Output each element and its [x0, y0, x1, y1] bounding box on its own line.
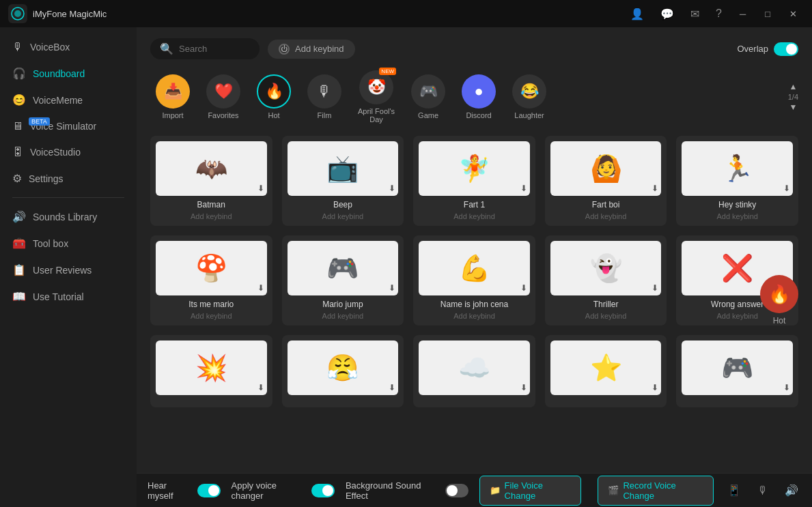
- category-discord[interactable]: ● Discord: [456, 70, 501, 124]
- sound-card-batman[interactable]: 🦇 ⬇ Batman Add keybind: [150, 136, 272, 226]
- mariojump-name: Mario jump: [322, 300, 363, 309]
- sidebar-item-toolbox[interactable]: 🧰 Tool box: [0, 230, 137, 257]
- favorites-label: Favorites: [208, 111, 238, 119]
- usetutorial-icon: 📖: [12, 290, 26, 303]
- svg-point-1: [14, 10, 21, 17]
- hear-myself-control: Hear myself: [148, 480, 221, 501]
- file-icon: 📁: [490, 485, 501, 495]
- heystinky-keybind[interactable]: Add keybind: [716, 212, 758, 220]
- sidebar-item-voicestudio[interactable]: 🎛 VoiceStudio: [0, 139, 137, 165]
- soundboard-icon: 🎧: [12, 67, 26, 80]
- category-laughter[interactable]: 😂 Laughter: [507, 70, 552, 124]
- sound15-image: 🎮 ⬇: [682, 341, 793, 395]
- background-sound-toggle[interactable]: [445, 484, 468, 497]
- hot-label: Hot: [268, 111, 279, 119]
- hot-icon-circle: 🔥: [257, 74, 291, 108]
- discord-label: Discord: [466, 111, 491, 119]
- new-badge: NEW: [379, 68, 396, 75]
- maximize-button[interactable]: □: [758, 8, 777, 20]
- sound-card-fartboi[interactable]: 🙆 ⬇ Fart boi Add keybind: [545, 136, 667, 226]
- chat-icon[interactable]: 💬: [655, 5, 680, 23]
- sidebar-item-settings[interactable]: ⚙ Settings: [0, 165, 137, 192]
- overlap-toggle[interactable]: [774, 42, 798, 56]
- sound-card-johncena[interactable]: 💪 ⬇ Name is john cena Add keybind: [413, 235, 535, 325]
- hear-myself-toggle[interactable]: [197, 484, 221, 497]
- johncena-name: Name is john cena: [440, 300, 508, 309]
- category-film[interactable]: 🎙 Film: [302, 70, 347, 124]
- main-layout: 🎙 VoiceBox 🎧 Soundboard 😊 VoiceMeme 🖥 Vo…: [0, 27, 812, 507]
- sound-card-11[interactable]: 💥 ⬇: [150, 335, 272, 407]
- mic-icon[interactable]: 🎙: [755, 482, 771, 499]
- sound-card-15[interactable]: 🎮 ⬇: [676, 335, 798, 407]
- sound14-image: ⭐ ⬇: [550, 341, 662, 395]
- keybind-button[interactable]: ⏻ Add keybind: [268, 40, 355, 59]
- user-icon[interactable]: 👤: [625, 5, 649, 23]
- file-voice-change-button[interactable]: 📁 File Voice Change: [479, 476, 582, 506]
- bottom-bar: Hear myself Apply voice changer Backgrou…: [137, 473, 812, 507]
- johncena-keybind[interactable]: Add keybind: [453, 312, 495, 320]
- sound-card-heystinky[interactable]: 🏃 ⬇ Hey stinky Add keybind: [676, 136, 798, 226]
- background-sound-label: Background Sound Effect: [346, 480, 440, 501]
- category-import[interactable]: 📥 Import: [150, 70, 195, 124]
- sound-card-14[interactable]: ⭐ ⬇: [545, 335, 667, 407]
- category-favorites[interactable]: ❤️ Favorites: [201, 70, 246, 124]
- game-icon-circle: 🎮: [411, 74, 445, 108]
- sidebar-item-voicememe[interactable]: 😊 VoiceMeme: [0, 87, 137, 113]
- hot-flame-icon: 🔥: [768, 284, 790, 305]
- mail-icon[interactable]: ✉: [685, 5, 705, 23]
- power-icon: ⏻: [279, 44, 290, 55]
- beep-name: Beep: [333, 200, 352, 209]
- fart1-name: Fart 1: [464, 200, 485, 209]
- voicememe-icon: 😊: [12, 93, 26, 106]
- apply-voice-changer-toggle[interactable]: [311, 484, 335, 497]
- search-icon: 🔍: [160, 42, 173, 55]
- sound-card-thriller[interactable]: 👻 ⬇ Thriller Add keybind: [545, 235, 667, 325]
- minimize-button[interactable]: ─: [733, 8, 753, 20]
- thriller-image: 👻 ⬇: [550, 241, 662, 295]
- aprilfool-icon-circle: 🤡 NEW: [359, 70, 393, 104]
- mario-keybind[interactable]: Add keybind: [191, 312, 232, 320]
- sidebar-divider: [12, 197, 124, 198]
- sound13-image: ☁️ ⬇: [419, 341, 530, 395]
- speaker-icon[interactable]: 🔊: [782, 481, 801, 499]
- help-icon[interactable]: ?: [710, 5, 727, 23]
- category-aprilfool[interactable]: 🤡 NEW April Fool'sDay: [352, 66, 400, 128]
- sound-card-fart1[interactable]: 🧚 ⬇ Fart 1 Add keybind: [413, 136, 535, 226]
- sidebar-item-userreviews[interactable]: 📋 User Reviews: [0, 257, 137, 283]
- sound-card-mario[interactable]: 🍄 ⬇ Its me mario Add keybind: [150, 235, 272, 325]
- record-voice-change-button[interactable]: 🎬 Record Voice Change: [598, 476, 714, 506]
- sidebar-item-soundslibrary[interactable]: 🔊 Sounds Library: [0, 203, 137, 230]
- hot-floating-label: Hot: [773, 316, 786, 325]
- overlap-control: Overlap: [737, 42, 798, 56]
- category-game[interactable]: 🎮 Game: [406, 70, 451, 124]
- wronganswer-keybind[interactable]: Add keybind: [716, 312, 758, 320]
- sound-card-12[interactable]: 😤 ⬇: [282, 335, 404, 407]
- search-input[interactable]: [179, 44, 250, 54]
- fartboi-keybind[interactable]: Add keybind: [585, 212, 627, 220]
- category-hot[interactable]: 🔥 Hot: [251, 70, 296, 124]
- thriller-keybind[interactable]: Add keybind: [585, 312, 627, 320]
- johncena-image: 💪 ⬇: [419, 241, 530, 295]
- sidebar-item-voicesimulator[interactable]: 🖥 Voice Simulator BETA: [0, 113, 137, 139]
- heystinky-image: 🏃 ⬇: [682, 141, 793, 196]
- mariojump-keybind[interactable]: Add keybind: [322, 312, 364, 320]
- hot-floating-button[interactable]: 🔥: [760, 275, 798, 313]
- sidebar-item-voicebox[interactable]: 🎙 VoiceBox: [0, 34, 137, 60]
- sound-card-13[interactable]: ☁️ ⬇: [413, 335, 535, 407]
- sound-card-mariojump[interactable]: 🎮 ⬇ Mario jump Add keybind: [282, 235, 404, 325]
- content-area: 🔍 ⏻ Add keybind Overlap 📥 Import: [137, 27, 812, 507]
- batman-keybind[interactable]: Add keybind: [191, 212, 232, 220]
- sidebar-item-soundboard[interactable]: 🎧 Soundboard: [0, 60, 137, 87]
- sound-card-beep[interactable]: 📺 ⬇ Beep Add keybind: [282, 136, 404, 226]
- phone-icon[interactable]: 📱: [725, 481, 744, 499]
- beep-keybind[interactable]: Add keybind: [322, 212, 364, 220]
- page-down-button[interactable]: ▼: [789, 102, 797, 112]
- soundslibrary-icon: 🔊: [12, 210, 26, 223]
- search-box[interactable]: 🔍: [150, 38, 260, 59]
- wronganswer-name: Wrong answer: [711, 300, 764, 309]
- sidebar-item-usetutorial[interactable]: 📖 Use Tutorial: [0, 283, 137, 310]
- close-button[interactable]: ✕: [783, 8, 804, 20]
- fart1-keybind[interactable]: Add keybind: [453, 212, 495, 220]
- page-up-button[interactable]: ▲: [789, 82, 797, 91]
- app-title: iMyFone MagicMic: [33, 9, 625, 19]
